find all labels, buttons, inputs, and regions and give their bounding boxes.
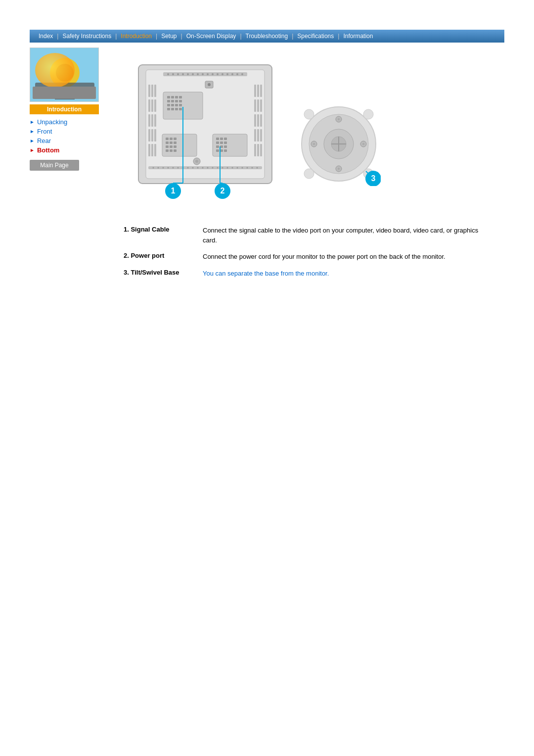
diagram-area: 1 2 — [119, 52, 494, 216]
arrow-icon-unpacking: ► — [30, 119, 35, 125]
svg-point-23 — [241, 73, 243, 75]
svg-rect-81 — [170, 145, 173, 148]
svg-point-112 — [202, 167, 204, 169]
tilt-base-desc[interactable]: You can separate the base from the monit… — [203, 269, 329, 279]
svg-rect-67 — [167, 108, 170, 110]
svg-rect-70 — [179, 108, 182, 110]
svg-rect-95 — [224, 145, 227, 148]
svg-rect-98 — [224, 149, 227, 152]
svg-rect-57 — [175, 96, 178, 98]
svg-point-14 — [197, 73, 199, 75]
svg-rect-24 — [148, 85, 150, 97]
sidebar-monitor-image — [30, 47, 99, 102]
nav-troubleshooting[interactable]: Troubleshooting — [242, 33, 292, 40]
svg-rect-88 — [220, 138, 223, 140]
svg-point-13 — [192, 73, 194, 75]
svg-point-140 — [313, 143, 315, 145]
svg-point-116 — [222, 167, 223, 169]
svg-point-21 — [231, 73, 233, 75]
svg-rect-0 — [30, 48, 99, 102]
svg-point-121 — [247, 167, 248, 169]
svg-rect-38 — [154, 144, 156, 156]
svg-rect-80 — [166, 145, 169, 148]
svg-rect-28 — [151, 99, 153, 112]
svg-point-20 — [226, 73, 228, 75]
nav-information[interactable]: Information — [339, 33, 377, 40]
svg-rect-68 — [171, 108, 174, 110]
nav-index[interactable]: Index — [35, 33, 57, 40]
svg-rect-26 — [154, 85, 156, 97]
svg-rect-65 — [175, 104, 178, 106]
sidebar-nav-unpacking[interactable]: ► Unpacking — [30, 118, 109, 126]
svg-rect-74 — [166, 138, 169, 140]
svg-rect-34 — [151, 129, 153, 142]
svg-point-136 — [338, 118, 340, 120]
sidebar-nav-bottom[interactable]: ► Bottom — [30, 146, 109, 154]
svg-point-103 — [158, 167, 159, 169]
label-row-power: 2. Power port Connect the power cord for… — [124, 252, 490, 262]
svg-rect-56 — [171, 96, 174, 98]
svg-rect-45 — [254, 114, 256, 127]
svg-rect-4 — [55, 95, 75, 99]
sidebar-nav-unpacking-label: Unpacking — [37, 118, 67, 126]
arrow-icon-front: ► — [30, 129, 35, 134]
svg-point-22 — [236, 73, 238, 75]
svg-text:2: 2 — [221, 187, 225, 195]
svg-rect-49 — [257, 129, 259, 142]
svg-point-118 — [232, 167, 233, 169]
nav-setup[interactable]: Setup — [157, 33, 180, 40]
signal-cable-term: 1. Signal Cable — [124, 226, 203, 233]
nav-introduction[interactable]: Introduction — [117, 33, 156, 40]
svg-rect-40 — [257, 85, 259, 97]
svg-rect-92 — [224, 142, 227, 144]
monitor-bottom-diagram: 1 2 — [124, 57, 287, 211]
nav-osd[interactable]: On-Screen Display — [182, 33, 240, 40]
tilt-base-term: 3. Tilt/Swivel Base — [124, 269, 203, 276]
svg-rect-25 — [151, 85, 153, 97]
svg-rect-86 — [213, 134, 247, 156]
svg-rect-62 — [179, 100, 182, 102]
sidebar-nav-rear-label: Rear — [37, 137, 51, 144]
svg-rect-146 — [304, 109, 314, 119]
svg-point-114 — [212, 167, 214, 169]
svg-point-110 — [192, 167, 194, 169]
svg-rect-53 — [260, 144, 262, 156]
labels-section: 1. Signal Cable Connect the signal cable… — [119, 226, 494, 278]
sidebar-nav-front[interactable]: ► Front — [30, 128, 109, 135]
svg-rect-69 — [175, 108, 178, 110]
svg-point-10 — [177, 73, 179, 75]
svg-rect-29 — [154, 99, 156, 112]
svg-rect-60 — [171, 100, 174, 102]
nav-specifications[interactable]: Specifications — [293, 33, 338, 40]
svg-rect-79 — [174, 142, 177, 144]
svg-rect-96 — [216, 149, 219, 152]
navigation-bar: Index | Safety Instructions | Introducti… — [30, 30, 504, 43]
svg-rect-87 — [216, 138, 219, 140]
svg-rect-33 — [148, 129, 150, 142]
svg-point-12 — [187, 73, 189, 75]
svg-rect-73 — [162, 134, 197, 156]
sidebar-monitor-svg — [30, 48, 99, 102]
svg-point-102 — [153, 167, 154, 169]
svg-point-138 — [338, 168, 340, 170]
svg-point-72 — [208, 83, 211, 86]
svg-point-113 — [207, 167, 209, 169]
signal-cable-desc: Connect the signal cable to the video po… — [203, 226, 490, 245]
svg-point-16 — [207, 73, 209, 75]
svg-rect-61 — [175, 100, 178, 102]
sidebar-nav-rear[interactable]: ► Rear — [30, 137, 109, 144]
svg-rect-37 — [151, 144, 153, 156]
svg-rect-46 — [257, 114, 259, 127]
svg-rect-58 — [179, 96, 182, 98]
svg-point-19 — [222, 73, 223, 75]
svg-rect-91 — [220, 142, 223, 144]
main-page-button[interactable]: Main Page — [30, 160, 79, 171]
svg-rect-32 — [154, 114, 156, 127]
svg-point-106 — [173, 167, 174, 169]
svg-point-122 — [252, 167, 253, 169]
svg-rect-48 — [254, 129, 256, 142]
svg-rect-41 — [260, 85, 262, 97]
svg-rect-83 — [166, 149, 169, 152]
nav-safety[interactable]: Safety Instructions — [58, 33, 115, 40]
svg-point-2 — [56, 64, 74, 82]
